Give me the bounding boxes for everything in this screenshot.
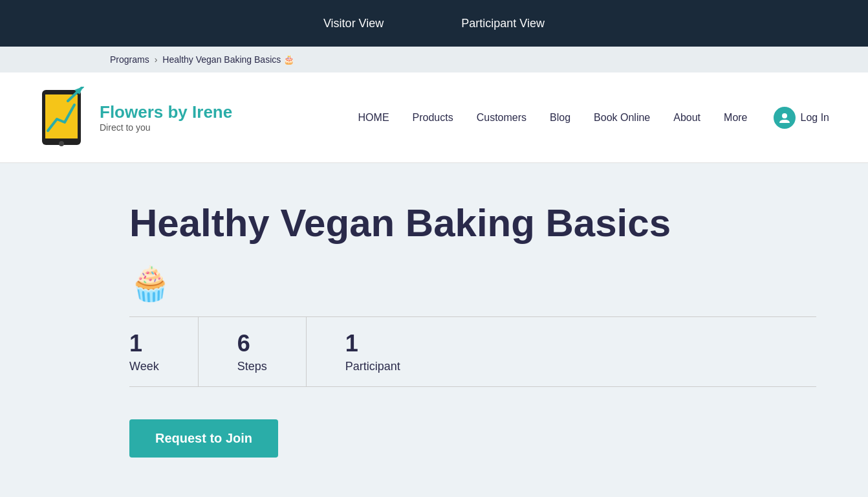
stat-steps-number: 6: [237, 330, 250, 357]
svg-rect-1: [45, 94, 78, 138]
top-bar: Visitor View Participant View: [0, 0, 868, 47]
stat-participant: 1 Participant: [306, 317, 439, 386]
nav-item-home[interactable]: HOME: [358, 112, 389, 124]
participant-view-link[interactable]: Participant View: [461, 17, 545, 30]
breadcrumb-programs[interactable]: Programs: [110, 54, 149, 65]
stat-week: 1 Week: [129, 317, 198, 386]
logo-area[interactable]: Flowers by Irene Direct to you: [39, 87, 232, 148]
nav-item-blog[interactable]: Blog: [550, 112, 570, 124]
login-avatar-icon: [774, 107, 796, 129]
logo-icon: [39, 87, 91, 148]
login-area[interactable]: Log In: [774, 107, 829, 129]
logo-title: Flowers by Irene: [100, 102, 232, 122]
cupcake-icon: 🧁: [129, 264, 816, 304]
stat-week-number: 1: [129, 330, 142, 357]
logo-subtitle: Direct to you: [100, 122, 232, 133]
program-title: Healthy Vegan Baking Basics: [129, 202, 816, 245]
stat-week-label: Week: [129, 360, 159, 373]
login-button[interactable]: Log In: [801, 112, 829, 124]
stat-participant-number: 1: [345, 330, 358, 357]
svg-point-4: [59, 141, 64, 146]
main-content: Healthy Vegan Baking Basics 🧁 1 Week 6 S…: [0, 163, 868, 497]
logo-text: Flowers by Irene Direct to you: [100, 102, 232, 133]
main-nav: HOME Products Customers Blog Book Online…: [358, 112, 748, 124]
stats-row: 1 Week 6 Steps 1 Participant: [129, 316, 816, 387]
nav-item-more[interactable]: More: [724, 112, 747, 124]
breadcrumb-separator: ›: [155, 54, 158, 65]
stat-steps-label: Steps: [237, 360, 267, 373]
visitor-view-link[interactable]: Visitor View: [323, 17, 384, 30]
nav-item-book-online[interactable]: Book Online: [594, 112, 650, 124]
breadcrumb-current: Healthy Vegan Baking Basics 🎂: [162, 54, 294, 65]
header: Flowers by Irene Direct to you HOME Prod…: [0, 72, 868, 163]
stat-steps: 6 Steps: [198, 317, 306, 386]
request-to-join-button[interactable]: Request to Join: [129, 419, 278, 458]
breadcrumb-bar: Programs › Healthy Vegan Baking Basics 🎂: [0, 47, 868, 72]
svg-point-5: [782, 113, 787, 118]
nav-item-customers[interactable]: Customers: [477, 112, 526, 124]
stat-participant-label: Participant: [345, 360, 400, 373]
nav-item-about[interactable]: About: [673, 112, 700, 124]
nav-item-products[interactable]: Products: [413, 112, 453, 124]
